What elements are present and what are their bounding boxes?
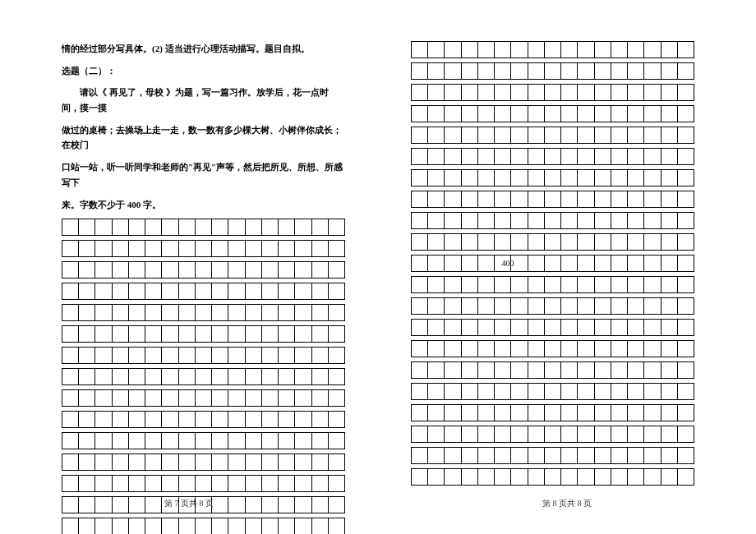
writing-cell (279, 433, 295, 449)
writing-cell (511, 448, 528, 464)
writing-cell (528, 191, 544, 208)
writing-cell (162, 518, 178, 534)
writing-cell (178, 326, 195, 343)
writing-cell (461, 63, 477, 80)
writing-cell (661, 234, 677, 251)
left-footer: 第 7 页共 8 页 (0, 498, 378, 509)
writing-cell (295, 433, 311, 449)
writing-cell (328, 348, 344, 364)
writing-cell (412, 384, 428, 400)
writing-cell (145, 219, 162, 236)
writing-cell (428, 320, 445, 336)
writing-cell (79, 433, 95, 449)
writing-cell (561, 42, 578, 58)
writing-cell (661, 362, 677, 379)
writing-cell (328, 518, 344, 534)
writing-cell (561, 255, 578, 272)
writing-cell (677, 341, 694, 357)
writing-cell (677, 63, 694, 80)
writing-cell (461, 42, 477, 58)
writing-cell (445, 127, 461, 144)
writing-cell (128, 369, 145, 385)
writing-cell (95, 262, 112, 279)
writing-cell (594, 277, 611, 293)
right-footer: 第 8 页共 8 页 (378, 498, 756, 509)
writing-cell (611, 106, 627, 122)
writing-cell (477, 191, 494, 208)
writing-cell (461, 234, 477, 251)
writing-cell (628, 106, 644, 122)
writing-cell (279, 518, 295, 534)
writing-cell (412, 213, 428, 229)
writing-cell (578, 277, 594, 293)
writing-cell (162, 454, 178, 471)
writing-cell (112, 326, 128, 343)
writing-cell (528, 384, 544, 400)
writing-cell (611, 405, 627, 421)
writing-cell (279, 454, 295, 471)
writing-cell (578, 191, 594, 208)
writing-cell (511, 234, 528, 251)
writing-cell (328, 412, 344, 428)
writing-cell (279, 219, 295, 236)
writing-cell (578, 298, 594, 315)
writing-cell (644, 149, 661, 165)
writing-cell (311, 454, 328, 471)
writing-cell (195, 476, 211, 492)
writing-cell (511, 384, 528, 400)
writing-cell (677, 234, 694, 251)
writing-cell (311, 262, 328, 279)
writing-cell (112, 412, 128, 428)
writing-cell (661, 127, 677, 144)
writing-cell (112, 369, 128, 385)
writing-cell (661, 170, 677, 186)
writing-cell (195, 454, 211, 471)
writing-cell (112, 454, 128, 471)
writing-cell (528, 85, 544, 101)
writing-cell (528, 320, 544, 336)
writing-cell (477, 384, 494, 400)
writing-cell (644, 85, 661, 101)
writing-cell (145, 241, 162, 257)
writing-cell (477, 362, 494, 379)
writing-cell (544, 277, 560, 293)
writing-cell (245, 518, 261, 534)
writing-cell (311, 326, 328, 343)
writing-cell (578, 63, 594, 80)
writing-cell (145, 326, 162, 343)
writing-cell (594, 149, 611, 165)
writing-cell (628, 277, 644, 293)
writing-cell (594, 384, 611, 400)
writing-cell (594, 170, 611, 186)
writing-cell (311, 219, 328, 236)
writing-cell (561, 426, 578, 443)
writing-cell (544, 42, 560, 58)
writing-cell (528, 149, 544, 165)
writing-cell (544, 149, 560, 165)
writing-cell (112, 390, 128, 407)
writing-cell (461, 341, 477, 357)
writing-cell (661, 149, 677, 165)
writing-cell (461, 384, 477, 400)
writing-cell (677, 85, 694, 101)
writing-cell (544, 234, 560, 251)
writing-cell (644, 127, 661, 144)
writing-cell (145, 518, 162, 534)
writing-cell (412, 320, 428, 336)
writing-cell (644, 469, 661, 486)
writing-cell (611, 255, 627, 272)
writing-cell (295, 454, 311, 471)
writing-cell (628, 341, 644, 357)
writing-cell (661, 448, 677, 464)
writing-cell (295, 283, 311, 300)
writing-cell (328, 241, 344, 257)
writing-cell (178, 241, 195, 257)
writing-cell (279, 241, 295, 257)
writing-cell (328, 305, 344, 321)
writing-cell (644, 362, 661, 379)
writing-cell (295, 348, 311, 364)
writing-cell (511, 320, 528, 336)
writing-cell (528, 255, 544, 272)
writing-cell (428, 448, 445, 464)
writing-cell (561, 469, 578, 486)
